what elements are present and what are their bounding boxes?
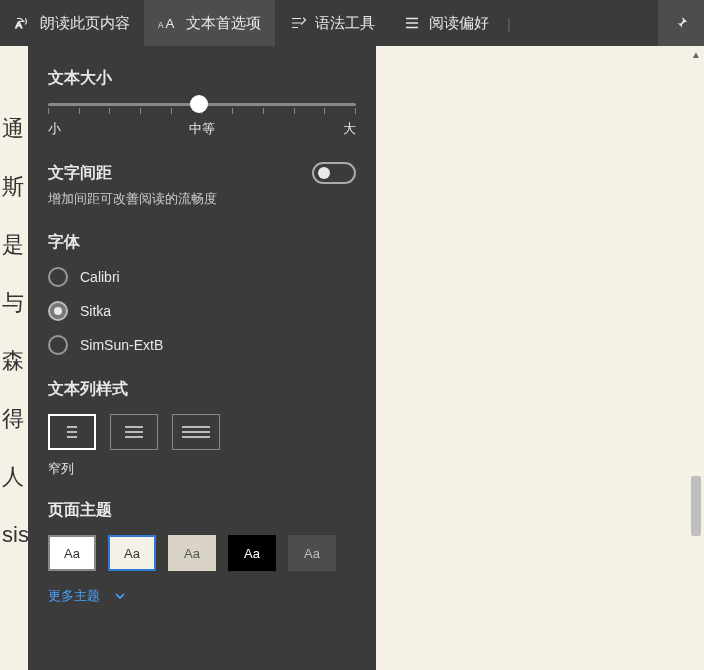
theme-dark[interactable]: Aa xyxy=(288,535,336,571)
page-content-behind: 通斯是 与森得人 sis xyxy=(0,100,29,564)
svg-text:A: A xyxy=(16,19,23,30)
spacing-title: 文字间距 xyxy=(48,163,112,184)
read-aloud-button[interactable]: A 朗读此页内容 xyxy=(0,0,144,46)
theme-title: 页面主题 xyxy=(48,500,356,521)
font-option-simsun[interactable]: SimSun-ExtB xyxy=(48,335,356,355)
svg-text:A: A xyxy=(166,16,175,31)
reading-prefs-label: 阅读偏好 xyxy=(429,14,489,33)
reading-prefs-button[interactable]: 阅读偏好 xyxy=(389,0,503,46)
text-prefs-button[interactable]: AA 文本首选项 xyxy=(144,0,275,46)
slider-thumb[interactable] xyxy=(190,95,208,113)
text-prefs-label: 文本首选项 xyxy=(186,14,261,33)
text-size-slider[interactable] xyxy=(48,103,356,114)
grammar-icon xyxy=(289,14,307,32)
slider-labels: 小中等大 xyxy=(48,120,356,138)
lines-icon xyxy=(403,14,421,32)
column-narrow-button[interactable] xyxy=(48,414,96,450)
spacing-hint: 增加间距可改善阅读的流畅度 xyxy=(48,190,356,208)
pin-icon xyxy=(673,15,689,31)
read-aloud-label: 朗读此页内容 xyxy=(40,14,130,33)
text-size-icon: AA xyxy=(158,14,178,32)
scroll-thumb[interactable] xyxy=(691,476,701,536)
column-medium-button[interactable] xyxy=(110,414,158,450)
font-option-sitka[interactable]: Sitka xyxy=(48,301,356,321)
separator: | xyxy=(507,15,511,32)
column-label: 窄列 xyxy=(48,460,356,478)
theme-sepia[interactable]: Aa xyxy=(108,535,156,571)
font-option-calibri[interactable]: Calibri xyxy=(48,267,356,287)
theme-black[interactable]: Aa xyxy=(228,535,276,571)
speaker-icon: A xyxy=(14,14,32,32)
scrollbar[interactable]: ▲ xyxy=(688,46,704,670)
columns-title: 文本列样式 xyxy=(48,379,356,400)
pin-button[interactable] xyxy=(658,0,704,46)
grammar-button[interactable]: 语法工具 xyxy=(275,0,389,46)
reader-toolbar: A 朗读此页内容 AA 文本首选项 语法工具 阅读偏好 | xyxy=(0,0,704,46)
column-wide-button[interactable] xyxy=(172,414,220,450)
more-themes-link[interactable]: 更多主题 xyxy=(48,587,356,605)
theme-white[interactable]: Aa xyxy=(48,535,96,571)
svg-text:A: A xyxy=(158,20,164,30)
font-title: 字体 xyxy=(48,232,356,253)
text-size-title: 文本大小 xyxy=(48,68,356,89)
grammar-label: 语法工具 xyxy=(315,14,375,33)
text-prefs-panel: 文本大小 小中等大 文字间距 增加间距可改善阅读的流畅度 字体 Calibri … xyxy=(28,46,376,670)
chevron-down-icon xyxy=(114,590,126,602)
scroll-up-icon[interactable]: ▲ xyxy=(688,46,704,62)
spacing-toggle[interactable] xyxy=(312,162,356,184)
theme-gray[interactable]: Aa xyxy=(168,535,216,571)
